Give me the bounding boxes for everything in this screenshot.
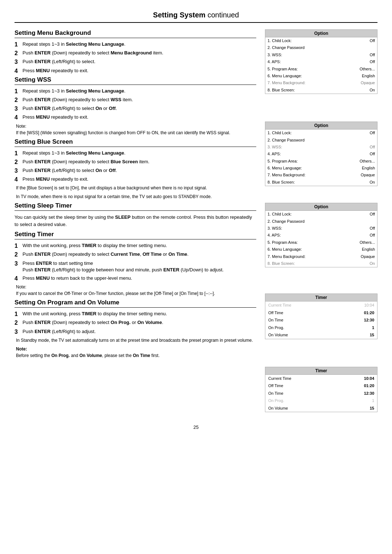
option-box-1: Option 1. Child Lock:Off 2. Change Passw… <box>265 29 377 94</box>
option-row: 3. WSS:Off <box>265 52 377 58</box>
sleep-timer-text: You can quickly set the sleep timer by u… <box>15 214 256 228</box>
step-item: 4 Press MENU repeatedly to exit. <box>15 114 256 121</box>
timer-row: Current Time10:04 <box>265 375 377 382</box>
section-title-wss: Setting WSS <box>15 76 256 85</box>
step-item: 2 Push ENTER (Down) repeatedly to select… <box>15 50 256 57</box>
option-row-highlight: 3. WSS:Off <box>265 144 377 151</box>
section-sleep-timer: Setting Sleep Timer You can quickly set … <box>15 202 256 228</box>
section-on-program: Setting On Program and On Volume 1 With … <box>15 299 256 359</box>
option-row: 5. Program Area:Others... <box>265 158 377 165</box>
step-item: 3 Push ENTER (Left/Right) to adjust. <box>15 328 256 335</box>
section-title-timer: Setting Timer <box>15 231 256 239</box>
timer-box-1: Timer Current Time10:04 Off Time01:20 On… <box>265 294 377 339</box>
note-wss: Note: If the [WSS] (Wide screen signalli… <box>15 123 256 136</box>
timer-row: On Volume15 <box>265 331 377 339</box>
step-item: 3 Push ENTER (Left/Right) to select On o… <box>15 105 256 112</box>
timer-row: Off Time01:20 <box>265 382 377 390</box>
option-row: 2. Change Password <box>265 137 377 144</box>
page-title: Setting System continued <box>15 11 377 23</box>
section-menu-background: Setting Menu Background 1 Repeat steps 1… <box>15 29 256 74</box>
option-row: 4. APS:Off <box>265 232 377 239</box>
timer-row: On Time12:30 <box>265 390 377 397</box>
option-box-1-header: Option <box>265 30 377 37</box>
step-item: 1 Repeat steps 1~3 in Selecting Menu Lan… <box>15 150 256 157</box>
step-item: 2 Push ENTER (Down) repeatedly to select… <box>15 97 256 103</box>
timer-row: Current Time10:04 <box>265 301 377 309</box>
timer-box-2-header: Timer <box>265 367 377 375</box>
timer-row-highlight: On Prog.1 <box>265 397 377 405</box>
option-box-2-header: Option <box>265 122 377 130</box>
step-item: 1 With the unit working, press TIMER to … <box>15 311 256 317</box>
option-row: 1. Child Lock:Off <box>265 211 377 218</box>
step-item: 2 Push ENTER (Down) repeatedly to select… <box>15 319 256 326</box>
section-title-sleep-timer: Setting Sleep Timer <box>15 202 256 211</box>
section-title-on-program: Setting On Program and On Volume <box>15 299 256 308</box>
section-title-menu-background: Setting Menu Background <box>15 29 256 38</box>
option-row: 8. Blue Screen:On <box>265 87 377 94</box>
page-number: 25 <box>15 424 377 430</box>
option-row: 2. Change Password <box>265 218 377 225</box>
option-row: 4. APS:Off <box>265 151 377 157</box>
step-item: 3 Press ENTER to start setting time Push… <box>15 260 256 273</box>
timer-row: On Prog.1 <box>265 324 377 332</box>
section-timer: Setting Timer 1 With the unit working, p… <box>15 231 256 297</box>
option-row: 1. Child Lock:Off <box>265 130 377 136</box>
timer-box-2: Timer Current Time10:04 Off Time01:20 On… <box>265 367 377 413</box>
note-on-program-2: Note: Before setting the On Prog. and On… <box>15 346 256 359</box>
step-item: 4 Press MENU repeatedly to exit. <box>15 176 256 183</box>
step-item: 1 Repeat steps 1~3 in Selecting Menu Lan… <box>15 41 256 48</box>
note-blue-screen-2: In TV mode, when there is no input signa… <box>15 193 256 200</box>
option-row-highlight: 8. Blue Screen:On <box>265 260 377 267</box>
section-blue-screen: Setting Blue Screen 1 Repeat steps 1~3 i… <box>15 138 256 200</box>
note-on-program-1: In Standby mode, the TV set automaticall… <box>15 337 256 344</box>
step-item: 2 Push ENTER (Down) repeatedly to select… <box>15 251 256 258</box>
option-row: 5. Program Area:Others... <box>265 66 377 73</box>
option-box-3: Option 1. Child Lock:Off 2. Change Passw… <box>265 203 377 267</box>
option-row: 6. Menu Language:English <box>265 165 377 172</box>
option-row: 4. APS:Off <box>265 58 377 65</box>
note-timer: Note: If you want to cancel the Off-Time… <box>15 284 256 297</box>
option-row: 6. Menu Language:English <box>265 246 377 253</box>
step-item: 1 With the unit working, press TIMER to … <box>15 242 256 249</box>
timer-row: On Volume15 <box>265 405 377 412</box>
step-item: 2 Push ENTER (Down) repeatedly to select… <box>15 159 256 165</box>
step-item: 4 Press MENU to return back to the upper… <box>15 275 256 282</box>
timer-row: Off Time01:20 <box>265 309 377 317</box>
option-box-3-header: Option <box>265 203 377 211</box>
option-row: 7. Menu Background:Opaque <box>265 172 377 178</box>
option-box-2: Option 1. Child Lock:Off 2. Change Passw… <box>265 122 377 186</box>
timer-box-1-header: Timer <box>265 294 377 301</box>
step-item: 3 Push ENTER (Left/Right) to select On o… <box>15 167 256 174</box>
option-row: 7. Menu Background:Opaque <box>265 253 377 260</box>
option-row-highlight: 7. Menu Background:Opaque <box>265 79 377 86</box>
step-item: 3 Push ENTER (Left/Right) to select. <box>15 58 256 65</box>
step-item: 1 Repeat steps 1~3 in Selecting Menu Lan… <box>15 88 256 95</box>
section-wss: Setting WSS 1 Repeat steps 1~3 in Select… <box>15 76 256 136</box>
option-row: 6. Menu Language:English <box>265 73 377 79</box>
step-item: 4 Press MENU repeatedly to exit. <box>15 67 256 74</box>
option-row: 2. Change Password <box>265 44 377 51</box>
option-row: 1. Child Lock:Off <box>265 37 377 44</box>
note-blue-screen-1: If the [Blue Screen] is set to [On], the… <box>15 185 256 191</box>
option-row: 3. WSS:Off <box>265 225 377 232</box>
section-title-blue-screen: Setting Blue Screen <box>15 138 256 147</box>
timer-row: On Time12:30 <box>265 316 377 324</box>
option-row: 5. Program Area:Others... <box>265 239 377 246</box>
option-row: 8. Blue Screen:On <box>265 179 377 186</box>
